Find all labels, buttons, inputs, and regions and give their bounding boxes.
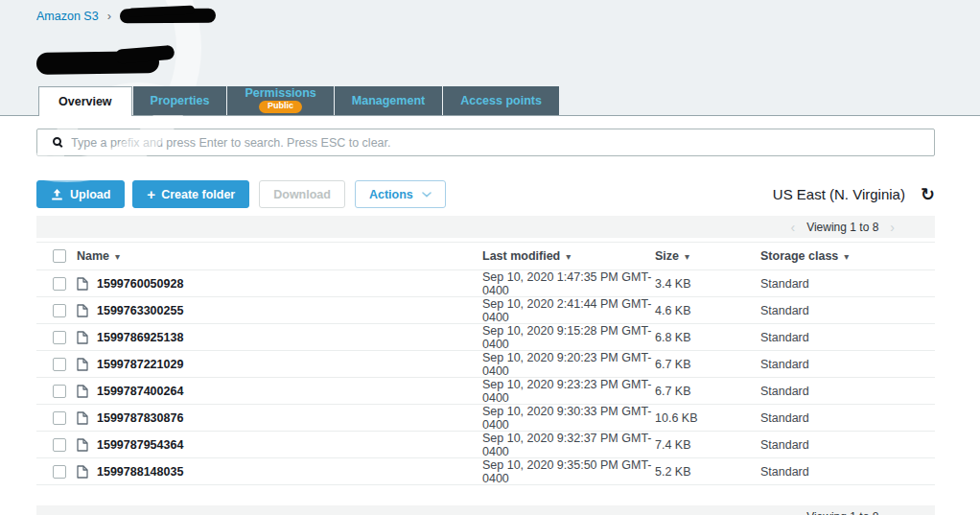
pagination-next-icon[interactable]: › [890, 220, 895, 235]
object-storage-class: Standard [760, 465, 935, 479]
public-badge: Public [259, 101, 302, 113]
pagination-next-icon[interactable]: › [890, 509, 895, 515]
object-storage-class: Standard [760, 385, 935, 398]
object-storage-class: Standard [760, 411, 935, 425]
pagination-bar-top: ‹ Viewing 1 to 8 › [36, 216, 935, 238]
tab-bar: Overview Properties Permissions Public M… [38, 86, 559, 116]
table-row[interactable]: 1599787221029 Sep 10, 2020 9:20:23 PM GM… [36, 351, 935, 378]
object-storage-class: Standard [760, 331, 935, 344]
breadcrumb-amazon-s3-link[interactable]: Amazon S3 [36, 10, 99, 23]
pagination-prev-icon[interactable]: ‹ [790, 509, 795, 515]
row-checkbox[interactable] [53, 358, 66, 371]
object-last-modified: Sep 10, 2020 9:20:23 PM GMT-0400 [482, 351, 655, 378]
object-last-modified: Sep 10, 2020 9:30:33 PM GMT-0400 [482, 405, 655, 432]
object-last-modified: Sep 10, 2020 9:23:23 PM GMT-0400 [482, 378, 655, 405]
page-header: Amazon S3 › Overview Properties Permissi… [0, 0, 980, 116]
actions-button-label: Actions [369, 188, 413, 201]
objects-table: Name ▾ Last modified ▾ Size ▾ Storage cl… [36, 242, 935, 485]
object-size: 4.6 KB [655, 304, 760, 317]
file-icon [77, 277, 88, 291]
pagination-label: Viewing 1 to 8 [806, 510, 878, 515]
object-storage-class: Standard [760, 358, 935, 371]
object-last-modified: Sep 10, 2020 1:47:35 PM GMT-0400 [482, 270, 655, 297]
column-header-storage-class[interactable]: Storage class ▾ [760, 249, 935, 263]
search-box [36, 129, 935, 156]
table-row[interactable]: 1599787954364 Sep 10, 2020 9:32:37 PM GM… [36, 432, 935, 458]
file-icon [77, 438, 88, 452]
tab-overview-label: Overview [58, 95, 112, 108]
file-icon [77, 411, 88, 425]
column-header-size[interactable]: Size ▾ [655, 249, 760, 263]
sort-arrow-icon: ▾ [566, 251, 571, 262]
search-input[interactable] [71, 136, 924, 150]
file-icon [77, 465, 88, 479]
object-storage-class: Standard [760, 438, 935, 452]
table-row[interactable]: 1599787830876 Sep 10, 2020 9:30:33 PM GM… [36, 405, 935, 432]
chevron-down-icon [422, 192, 432, 198]
tab-management-label: Management [352, 94, 425, 107]
table-row[interactable]: 1599787400264 Sep 10, 2020 9:23:23 PM GM… [36, 378, 935, 405]
main-content: Upload + Create folder Download Actions [0, 129, 980, 515]
file-icon [77, 358, 88, 371]
column-header-last-modified-label: Last modified [482, 249, 560, 263]
column-header-name[interactable]: Name ▾ [77, 249, 482, 263]
pagination-prev-icon[interactable]: ‹ [790, 220, 795, 235]
object-size: 10.6 KB [655, 411, 760, 425]
select-all-checkbox[interactable] [53, 249, 66, 263]
object-name-link[interactable]: 1599787830876 [97, 411, 183, 425]
tab-management[interactable]: Management [335, 86, 442, 115]
sort-arrow-icon: ▾ [844, 251, 849, 262]
object-size: 3.4 KB [655, 277, 760, 291]
search-icon [53, 137, 61, 146]
table-body: 1599760050928 Sep 10, 2020 1:47:35 PM GM… [36, 270, 935, 485]
download-button[interactable]: Download [259, 180, 345, 208]
create-folder-button-label: Create folder [161, 188, 235, 201]
object-name-link[interactable]: 1599788148035 [97, 465, 183, 479]
object-last-modified: Sep 10, 2020 9:35:50 PM GMT-0400 [482, 458, 655, 485]
row-checkbox[interactable] [53, 465, 66, 479]
row-checkbox[interactable] [53, 331, 66, 344]
sort-arrow-icon: ▾ [115, 251, 120, 262]
upload-icon [51, 189, 63, 200]
object-size: 5.2 KB [655, 465, 760, 479]
tab-properties-label: Properties [151, 94, 210, 107]
tab-access-points[interactable]: Access points [443, 86, 559, 115]
tab-permissions-label: Permissions [245, 86, 315, 100]
column-header-last-modified[interactable]: Last modified ▾ [482, 249, 655, 263]
toolbar: Upload + Create folder Download Actions [36, 180, 935, 208]
row-checkbox[interactable] [53, 304, 66, 317]
refresh-icon[interactable]: ↻ [921, 186, 935, 203]
file-icon [77, 331, 88, 344]
file-icon [77, 304, 88, 317]
row-checkbox[interactable] [53, 411, 66, 425]
object-name-link[interactable]: 1599787400264 [97, 385, 183, 398]
region-area: US East (N. Virginia) ↻ [773, 186, 935, 203]
table-row[interactable]: 1599763300255 Sep 10, 2020 2:41:44 PM GM… [36, 297, 935, 324]
tab-properties[interactable]: Properties [133, 86, 227, 115]
file-icon [77, 385, 88, 398]
table-row[interactable]: 1599760050928 Sep 10, 2020 1:47:35 PM GM… [36, 270, 935, 297]
tab-overview[interactable]: Overview [38, 86, 132, 116]
object-name-link[interactable]: 1599786925138 [97, 331, 183, 344]
table-header-row: Name ▾ Last modified ▾ Size ▾ Storage cl… [36, 242, 935, 270]
actions-button[interactable]: Actions [355, 180, 446, 208]
upload-button[interactable]: Upload [36, 180, 125, 208]
row-checkbox[interactable] [53, 277, 66, 291]
row-checkbox[interactable] [53, 438, 66, 452]
object-name-link[interactable]: 1599763300255 [97, 304, 183, 317]
tab-permissions[interactable]: Permissions Public [227, 86, 333, 115]
row-checkbox[interactable] [53, 385, 66, 398]
object-name-link[interactable]: 1599787954364 [97, 438, 183, 452]
table-row[interactable]: 1599788148035 Sep 10, 2020 9:35:50 PM GM… [36, 458, 935, 485]
region-label[interactable]: US East (N. Virginia) [773, 186, 905, 202]
object-name-link[interactable]: 1599760050928 [97, 277, 183, 291]
object-size: 7.4 KB [655, 438, 760, 452]
pagination-label: Viewing 1 to 8 [806, 221, 878, 234]
column-header-storage-class-label: Storage class [760, 249, 838, 263]
create-folder-button[interactable]: + Create folder [132, 180, 249, 208]
table-row[interactable]: 1599786925138 Sep 10, 2020 9:15:28 PM GM… [36, 324, 935, 351]
redacted-bucket-title [36, 51, 159, 75]
s3-console-page: Amazon S3 › Overview Properties Permissi… [0, 0, 980, 515]
object-size: 6.7 KB [655, 358, 760, 371]
object-name-link[interactable]: 1599787221029 [97, 358, 183, 371]
